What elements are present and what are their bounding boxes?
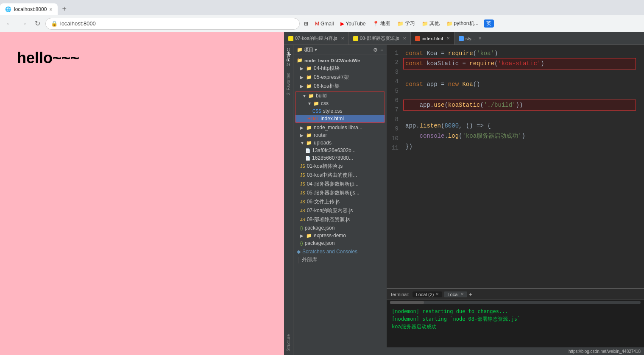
- ide-tab-style-close[interactable]: ✕: [478, 36, 482, 41]
- new-tab-button[interactable]: +: [59, 3, 69, 15]
- ide-tab-index[interactable]: index.html ✕: [411, 32, 454, 45]
- ide-sidebar: 📁 项目 ▾ ⚙ − 📁 node_learn D:\CWork\We: [293, 45, 387, 355]
- tree-router[interactable]: ▶ 📁 router: [293, 131, 387, 139]
- code-line-1: const Koa = require('koa'): [404, 48, 636, 58]
- line-num-1: 1: [387, 48, 399, 58]
- back-button[interactable]: ←: [3, 18, 15, 29]
- reload-button[interactable]: ↻: [32, 18, 43, 29]
- terminal-scrollbar-thumb[interactable]: [390, 301, 424, 304]
- root-folder-icon: 📁: [297, 58, 303, 63]
- terminal-label: Terminal:: [390, 292, 409, 297]
- tree-03-js[interactable]: JS 03-koa中路由的使用...: [293, 171, 387, 180]
- other-icon: 📁: [422, 21, 428, 27]
- tree-07-js[interactable]: JS 07-koa的响应内容.js: [293, 206, 387, 215]
- ide-tab-07[interactable]: 07-koa的响应内容.js ✕: [284, 32, 349, 45]
- browser-page: hello~~~: [0, 32, 284, 355]
- tree-node-modules[interactable]: ▶ 📁 node_modules libra...: [293, 124, 387, 131]
- ide-tab-style-label: sty...: [466, 36, 475, 41]
- tree-file-1[interactable]: 📄 13af0fc26e6302b...: [293, 147, 387, 154]
- code-line-4: const app = new Koa(): [404, 79, 636, 89]
- tree-css[interactable]: ▼ 📁 css: [296, 100, 385, 107]
- python-label: python机...: [454, 20, 479, 27]
- ide-tab-style[interactable]: sty... ✕: [454, 32, 486, 45]
- browser-chrome: 🌐 localhost:8000 ✕ + ← → ↻ 🔒 localhost:8…: [0, 0, 644, 32]
- folder-icon-06: 📁: [306, 83, 312, 89]
- router-arrow: ▶: [300, 133, 304, 138]
- tree-01-js[interactable]: JS 01-koa初体验.js: [293, 162, 387, 171]
- tree-01-label: 01-koa初体验.js: [307, 163, 343, 170]
- tree-external-libs[interactable]: │ 外部库: [293, 255, 387, 264]
- tree-08-js[interactable]: JS 08-部署静态资源.js: [293, 215, 387, 224]
- tree-05-express[interactable]: ▶ 📁 05-express框架: [293, 73, 387, 82]
- sidebar-title: 📁 项目 ▾: [297, 47, 317, 53]
- terminal-scrollbar[interactable]: [390, 301, 641, 304]
- other-label: 其他: [429, 20, 440, 27]
- bookmark-youtube[interactable]: ▶ YouTube: [339, 20, 367, 28]
- terminal-tab-local-label: Local: [447, 292, 458, 297]
- terminal-tab-local2[interactable]: Local (2) ✕: [413, 291, 443, 297]
- tree-04-http[interactable]: ▶ 📁 04-http模块: [293, 64, 387, 73]
- terminal-tab-local-close[interactable]: ✕: [460, 292, 464, 297]
- tree-uploads[interactable]: ▼ 📁 uploads: [293, 139, 387, 147]
- code-line-3: [404, 69, 636, 79]
- tree-05-js-label: 05-服务器参数解析(js...: [307, 189, 360, 197]
- code-line-6: app.use(koaStatic('./build')): [404, 100, 636, 110]
- tree-root-package-json[interactable]: {} package.json: [293, 239, 387, 247]
- code-area[interactable]: 1 2 3 4 5 6 7 8 9 10 11 const Koa: [387, 45, 644, 288]
- bookmark-gmail[interactable]: M Gmail: [313, 20, 335, 28]
- ide-tab-08[interactable]: 08-部署静态资源.js ✕: [349, 32, 411, 45]
- terminal-tab-local2-close[interactable]: ✕: [435, 292, 439, 297]
- terminal-tab-local[interactable]: Local ✕: [444, 291, 467, 297]
- gear-icon[interactable]: ⚙: [373, 47, 378, 53]
- tree-04-js[interactable]: JS 04-服务器参数解析(p...: [293, 180, 387, 189]
- tab-bar: 🌐 localhost:8000 ✕ +: [0, 0, 644, 15]
- tree-build[interactable]: ▼ 📁 build: [296, 92, 385, 100]
- ide-tab-08-close[interactable]: ✕: [403, 36, 406, 41]
- tree-express-demo[interactable]: ▶ 📁 express-demo: [293, 232, 387, 239]
- tab-close-button[interactable]: ✕: [49, 7, 53, 12]
- line-num-10: 10: [387, 134, 399, 143]
- tree-scratches[interactable]: ◆ Scratches and Consoles: [293, 247, 387, 255]
- bookmark-study[interactable]: 📁 学习: [396, 19, 417, 28]
- youtube-icon: ▶: [340, 21, 344, 27]
- js-icon-04: JS: [300, 182, 305, 186]
- tree-package-json[interactable]: {} package.json: [293, 224, 387, 232]
- tree-style-css[interactable]: CSS style.css: [296, 107, 385, 115]
- tree-scratches-label: Scratches and Consoles: [302, 249, 357, 255]
- tree-root[interactable]: 📁 node_learn D:\CWork\We: [293, 57, 387, 64]
- lang-label: 英: [486, 20, 491, 27]
- code-line-5: [404, 90, 636, 100]
- lang-button[interactable]: 英: [484, 19, 494, 28]
- tree-05-label: 05-express框架: [314, 74, 349, 81]
- tree-file-2[interactable]: 📄 1628566078980...: [293, 154, 387, 162]
- status-url: https://blog.csdn.net/weixin_44827418: [569, 349, 641, 354]
- collapse-arrow: ▶: [300, 66, 304, 71]
- folder-icon-uploads: 📁: [306, 140, 312, 146]
- hello-text: hello~~~: [17, 49, 79, 67]
- forward-button[interactable]: →: [18, 18, 30, 29]
- structure-panel-label[interactable]: Structure: [285, 331, 292, 355]
- tree-06-koa[interactable]: ▶ 📁 06-koa框架: [293, 82, 387, 91]
- bookmark-maps[interactable]: 📍 地图: [371, 19, 392, 28]
- file-icon-1: 📄: [305, 148, 310, 153]
- bookmark-python[interactable]: 📁 python机...: [445, 19, 480, 28]
- folder-icon-css: 📁: [313, 101, 319, 106]
- browser-tab-active[interactable]: 🌐 localhost:8000 ✕: [0, 3, 58, 15]
- favorites-panel-label[interactable]: 2: Favorites: [285, 69, 292, 98]
- ide-tab-07-close[interactable]: ✕: [341, 36, 344, 41]
- page-content: hello~~~: [0, 32, 284, 355]
- tree-05-js[interactable]: JS 05-服务器参数解析(js...: [293, 189, 387, 197]
- url-bar[interactable]: 🔒 localhost:8000: [45, 18, 300, 30]
- tree-file-2-label: 1628566078980...: [312, 155, 353, 161]
- bookmark-other[interactable]: 📁 其他: [420, 19, 441, 28]
- sidebar-dropdown-icon: ▾: [315, 47, 317, 52]
- css-arrow: ▼: [307, 101, 312, 106]
- ide-tab-index-close[interactable]: ✕: [446, 36, 450, 41]
- tree-index-html[interactable]: HTML index.html: [296, 115, 385, 122]
- terminal-new-tab-button[interactable]: +: [469, 291, 472, 298]
- bookmark-apps[interactable]: ⊞: [302, 20, 310, 28]
- gmail-label: Gmail: [321, 21, 334, 27]
- minimize-icon[interactable]: −: [380, 47, 383, 53]
- tree-06-js[interactable]: JS 06-文件上传.js: [293, 197, 387, 206]
- project-panel-label[interactable]: 1: Project: [285, 45, 292, 69]
